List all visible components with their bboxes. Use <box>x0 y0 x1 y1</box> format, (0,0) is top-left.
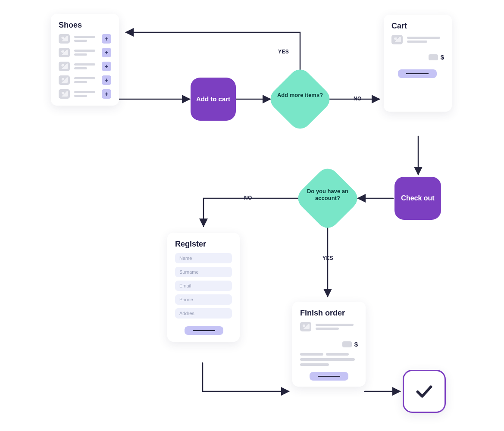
cart-cta-button[interactable] <box>398 69 437 78</box>
image-icon <box>391 35 403 44</box>
image-icon <box>59 34 70 44</box>
address-field[interactable]: Addres <box>175 308 232 319</box>
name-field[interactable]: Name <box>175 253 232 263</box>
image-icon <box>59 75 70 85</box>
shoes-panel: Shoes + + + + + <box>51 14 119 106</box>
shoes-list: + + + + + <box>59 34 111 99</box>
add-more-decision <box>266 65 334 133</box>
list-item: + <box>59 62 111 71</box>
checkout-action: Check out <box>394 177 441 220</box>
price-chip <box>429 54 438 60</box>
add-button[interactable]: + <box>102 34 111 44</box>
shoes-title: Shoes <box>59 21 111 30</box>
checkout-label: Check out <box>401 194 434 202</box>
add-more-label: Add more items? <box>274 92 326 99</box>
finish-cta-button[interactable] <box>310 372 348 381</box>
have-account-label: Do you have an account? <box>302 188 354 202</box>
yes-label: YES <box>322 255 333 261</box>
cart-panel: Cart $ <box>384 15 452 112</box>
summary-text <box>300 353 358 366</box>
finish-order-panel: Finish order $ <box>292 302 366 387</box>
list-item: + <box>59 34 111 44</box>
list-item: + <box>59 48 111 57</box>
add-button[interactable]: + <box>102 48 111 57</box>
phone-field[interactable]: Phone <box>175 294 232 305</box>
check-icon <box>414 381 434 401</box>
currency-symbol: $ <box>354 340 358 348</box>
image-icon <box>300 322 311 331</box>
add-to-cart-label: Add to cart <box>196 95 230 103</box>
add-button[interactable]: + <box>102 62 111 71</box>
price-chip <box>342 341 352 347</box>
image-icon <box>59 89 70 99</box>
register-panel: Register Name Surname Email Phone Addres <box>167 233 240 342</box>
add-button[interactable]: + <box>102 75 111 85</box>
register-cta-button[interactable] <box>185 326 223 335</box>
success-box <box>403 370 446 413</box>
add-button[interactable]: + <box>102 89 111 99</box>
image-icon <box>59 48 70 57</box>
list-item: + <box>59 89 111 99</box>
finish-title: Finish order <box>300 309 358 318</box>
list-item: + <box>59 75 111 85</box>
surname-field[interactable]: Surname <box>175 267 232 277</box>
email-field[interactable]: Email <box>175 281 232 291</box>
add-to-cart-action: Add to cart <box>191 78 236 121</box>
no-label: NO <box>244 195 252 201</box>
cart-title: Cart <box>391 22 444 31</box>
no-label: NO <box>354 96 362 102</box>
image-icon <box>59 62 70 71</box>
register-title: Register <box>175 240 232 249</box>
currency-symbol: $ <box>441 53 444 61</box>
yes-label: YES <box>278 49 289 55</box>
